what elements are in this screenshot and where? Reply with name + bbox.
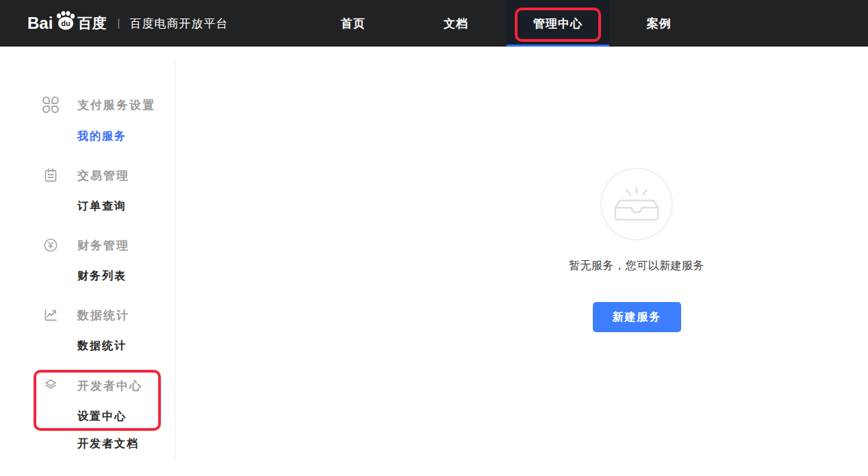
sidebar-group-label: 支付服务设置	[77, 97, 155, 113]
sidebar-group-payment-settings[interactable]: 支付服务设置	[42, 96, 155, 114]
sidebar-item-order-query[interactable]: 订单查询	[77, 197, 127, 215]
notepad-icon	[42, 167, 59, 184]
sidebar-item-developer-docs[interactable]: 开发者文档	[77, 435, 139, 453]
sidebar-group-label: 数据统计	[77, 308, 129, 323]
sidebar-group-developer-center[interactable]: 开发者中心	[42, 377, 142, 394]
empty-state-message: 暂无服务，您可以新建服务	[569, 259, 704, 273]
baidu-logo[interactable]: Bai du 百度 | 百度电商开放平台	[27, 0, 229, 47]
baidu-paw-icon: du	[53, 10, 77, 34]
create-service-button[interactable]: 新建服务	[593, 302, 681, 332]
platform-name: 百度电商开放平台	[130, 16, 229, 32]
logo-text-du: du	[62, 19, 71, 27]
sidebar-group-label: 开发者中心	[77, 378, 142, 394]
nav-item-home[interactable]: 首页	[341, 0, 366, 47]
nav-item-docs[interactable]: 文档	[444, 0, 468, 47]
sidebar-item-data-statistics[interactable]: 数据统计	[77, 337, 127, 355]
logo-divider: |	[117, 17, 120, 29]
sidebar-group-trade-management[interactable]: 交易管理	[42, 166, 129, 184]
clover-apps-icon	[42, 97, 59, 113]
yen-circle-icon	[42, 237, 59, 253]
nav-item-management-center[interactable]: 管理中心	[533, 0, 583, 47]
layers-icon	[42, 377, 59, 394]
nav-item-cases[interactable]: 案例	[647, 0, 672, 47]
empty-inbox-icon	[600, 167, 674, 244]
logo-text-baidu-cn: 百度	[77, 14, 106, 33]
trend-chart-icon	[42, 307, 59, 323]
sidebar-item-settings-center[interactable]: 设置中心	[77, 408, 127, 425]
page: Bai du 百度 | 百度电商开放平台 首页 文档 管理中心 案例	[0, 0, 868, 476]
sidebar-divider	[175, 62, 176, 460]
sidebar-group-finance-management[interactable]: 财务管理	[42, 236, 129, 254]
sidebar-item-my-services[interactable]: 我的服务	[77, 127, 127, 145]
logo-text-bai: Bai	[27, 14, 53, 33]
top-navbar: Bai du 百度 | 百度电商开放平台 首页 文档 管理中心 案例	[0, 0, 868, 47]
sidebar-group-data-statistics[interactable]: 数据统计	[42, 306, 129, 324]
sidebar-group-label: 交易管理	[77, 168, 129, 184]
sidebar-group-label: 财务管理	[77, 238, 129, 253]
sidebar-item-finance-list[interactable]: 财务列表	[77, 267, 127, 285]
